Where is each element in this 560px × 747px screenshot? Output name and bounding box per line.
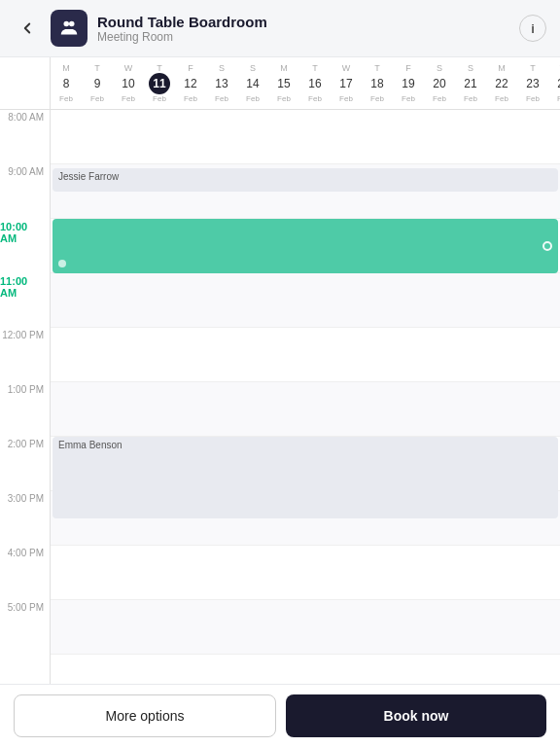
date-num: 24 (553, 73, 560, 94)
time-label: 11:00 AM (0, 275, 44, 299)
time-slot-5: 1:00 PM (0, 382, 50, 437)
date-month: Feb (90, 94, 104, 103)
date-num: 10 (118, 73, 139, 94)
calendar-body: 8:00 AM9:00 AM10:00 AM11:00 AM12:00 PM1:… (0, 110, 560, 701)
time-label: 12:00 PM (2, 330, 44, 340)
time-label: 8:00 AM (8, 112, 44, 123)
date-cell-10[interactable]: W 10 Feb (113, 57, 144, 109)
date-cell-22[interactable]: M 22 Feb (486, 57, 517, 109)
time-slot-8: 4:00 PM (0, 546, 50, 600)
date-month: Feb (339, 94, 353, 103)
grid-row-7 (51, 491, 560, 546)
date-cell-20[interactable]: S 20 Feb (424, 57, 455, 109)
time-label: 4:00 PM (8, 548, 44, 558)
date-month: Feb (184, 94, 197, 103)
date-cell-11[interactable]: T 11 Feb (144, 57, 175, 109)
date-cell-8[interactable]: M 8 Feb (51, 57, 82, 109)
date-dow: M (62, 63, 70, 73)
date-num: 19 (398, 73, 419, 94)
grid-row-5 (51, 382, 560, 437)
bottom-bar: More options Book now (0, 684, 560, 747)
time-slot-7: 3:00 PM (0, 491, 50, 546)
room-text: Round Table Boardroom Meeting Room (97, 14, 519, 44)
grid-row-2 (51, 219, 560, 273)
date-cell-24[interactable]: W 24 Feb (548, 57, 560, 109)
date-month: Feb (370, 94, 384, 103)
date-num: 12 (180, 73, 201, 94)
date-cell-21[interactable]: S 21 Feb (455, 57, 486, 109)
dates-row: M 8 Feb T 9 Feb W 10 Feb T 11 Feb F 12 F… (51, 57, 560, 109)
date-cell-9[interactable]: T 9 Feb (82, 57, 113, 109)
grid-row-1 (51, 164, 560, 219)
date-num: 17 (335, 73, 357, 94)
date-cell-13[interactable]: S 13 Feb (206, 57, 237, 109)
date-month: Feb (308, 94, 322, 103)
date-month: Feb (153, 94, 166, 103)
date-cell-12[interactable]: F 12 Feb (175, 57, 206, 109)
time-slot-4: 12:00 PM (0, 328, 50, 382)
grid-row-6 (51, 437, 560, 491)
time-slot-2: 10:00 AM (0, 219, 50, 273)
date-dow: F (405, 63, 411, 73)
date-month: Feb (464, 94, 477, 103)
info-button[interactable]: i (519, 15, 546, 42)
more-options-button[interactable]: More options (14, 694, 276, 737)
date-cell-18[interactable]: T 18 Feb (362, 57, 393, 109)
date-month: Feb (277, 94, 291, 103)
date-cell-16[interactable]: T 16 Feb (299, 57, 331, 109)
date-dow: S (219, 63, 225, 73)
time-label: 10:00 AM (0, 221, 44, 244)
date-month: Feb (246, 94, 260, 103)
time-slot-3: 11:00 AM (0, 273, 50, 328)
svg-point-1 (69, 21, 75, 27)
date-num: 22 (491, 73, 512, 94)
grid-row-9 (51, 600, 560, 655)
date-month: Feb (402, 94, 415, 103)
grid-row-8 (51, 546, 560, 600)
date-dow: S (437, 63, 442, 73)
time-slot-0: 8:00 AM (0, 110, 50, 164)
back-button[interactable] (14, 15, 41, 42)
grid-row-4 (51, 328, 560, 382)
room-type: Meeting Room (97, 30, 519, 44)
grid-area: Jessie Farrow Emma Benson (51, 110, 560, 701)
date-num: 18 (367, 73, 388, 94)
book-now-button[interactable]: Book now (286, 694, 546, 737)
date-month: Feb (433, 94, 446, 103)
date-dow: W (124, 63, 133, 73)
date-num: 14 (242, 73, 263, 94)
date-num: 20 (429, 73, 450, 94)
grid-row-3 (51, 273, 560, 328)
date-cell-17[interactable]: W 17 Feb (331, 57, 362, 109)
date-cell-19[interactable]: F 19 Feb (393, 57, 424, 109)
date-dow: M (498, 63, 506, 73)
date-dow: F (188, 63, 193, 73)
date-num: 11 (149, 73, 170, 94)
date-strip: M 8 Feb T 9 Feb W 10 Feb T 11 Feb F 12 F… (0, 57, 560, 110)
time-slot-6: 2:00 PM (0, 437, 50, 491)
svg-point-0 (64, 21, 70, 27)
time-slot-9: 5:00 PM (0, 600, 50, 655)
date-dow: T (530, 63, 536, 73)
grid-row-0 (51, 110, 560, 164)
date-month: Feb (59, 94, 73, 103)
date-dow: T (374, 63, 380, 73)
date-num: 8 (55, 73, 77, 94)
time-slot-1: 9:00 AM (0, 164, 50, 219)
time-label: 9:00 AM (8, 166, 44, 177)
date-month: Feb (495, 94, 508, 103)
date-dow: W (342, 63, 351, 73)
date-cell-14[interactable]: S 14 Feb (237, 57, 268, 109)
date-num: 9 (87, 73, 108, 94)
date-dow: S (250, 63, 256, 73)
date-dow: T (312, 63, 318, 73)
date-month: Feb (526, 94, 540, 103)
info-icon: i (531, 21, 535, 36)
date-cell-23[interactable]: T 23 Feb (517, 57, 548, 109)
date-cell-15[interactable]: M 15 Feb (268, 57, 299, 109)
time-label: 3:00 PM (8, 493, 44, 504)
date-num: 21 (460, 73, 481, 94)
header: Round Table Boardroom Meeting Room i (0, 0, 560, 57)
date-dow: M (280, 63, 288, 73)
date-num: 23 (522, 73, 543, 94)
